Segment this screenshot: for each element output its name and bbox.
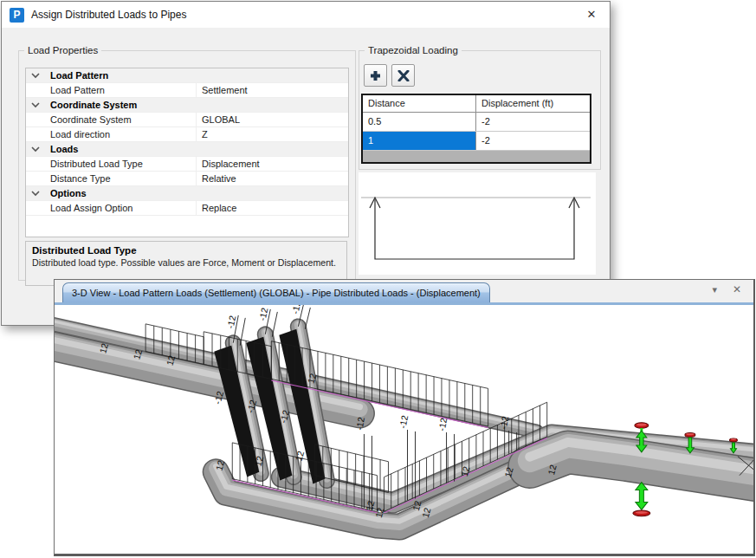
property-name: Distributed Load Type xyxy=(45,157,197,171)
trapezoidal-loading-group: Trapezoidal Loading DistanceDisplacement… xyxy=(359,45,601,170)
table-body: 0.5-21-2 xyxy=(363,113,590,151)
description-title: Distributed Load Type xyxy=(32,245,340,256)
collapse-chevron-icon[interactable] xyxy=(26,142,45,156)
property-row[interactable]: Load directionZ xyxy=(26,127,348,142)
trapezoidal-table: DistanceDisplacement (ft) 0.5-21-2 xyxy=(361,94,591,164)
svg-text:-12: -12 xyxy=(398,414,410,429)
dialog-title: Assign Distributed Loads to Pipes xyxy=(31,9,186,21)
plus-icon xyxy=(370,70,381,81)
load-outline xyxy=(375,199,574,259)
collapse-chevron-icon[interactable] xyxy=(26,98,45,112)
dialog-close-button[interactable]: ✕ xyxy=(582,6,601,23)
group-label: Coordinate System xyxy=(45,98,137,112)
property-row[interactable]: Load PatternSettlement xyxy=(26,83,348,98)
property-row[interactable]: Distributed Load TypeDisplacement xyxy=(26,157,348,172)
description-text: Distributed load type. Possible values a… xyxy=(32,257,340,268)
view-3d-title: 3-D View - Load Pattern Loads (Settlemen… xyxy=(72,288,481,298)
property-name: Load Assign Option xyxy=(45,201,197,215)
app-icon: P xyxy=(10,8,24,23)
property-name: Load direction xyxy=(45,127,197,141)
property-grid: Load PatternLoad PatternSettlementCoordi… xyxy=(25,68,349,237)
table-cell[interactable]: -2 xyxy=(476,132,590,150)
property-group-row[interactable]: Loads xyxy=(26,142,348,157)
property-value[interactable]: Relative xyxy=(197,172,348,185)
property-row[interactable]: Coordinate SystemGLOBAL xyxy=(26,113,348,127)
property-name: Coordinate System xyxy=(45,113,197,127)
svg-text:12: 12 xyxy=(294,450,307,462)
property-value[interactable]: Displacement xyxy=(197,157,348,171)
view-3d-tab[interactable]: 3-D View - Load Pattern Loads (Settlemen… xyxy=(62,282,490,302)
load-properties-label: Load Properties xyxy=(24,45,101,55)
trapezoidal-toolbar xyxy=(364,64,415,87)
property-group-row[interactable]: Load Pattern xyxy=(26,68,348,83)
collapse-chevron-icon[interactable] xyxy=(26,68,45,82)
svg-text:-12: -12 xyxy=(291,305,303,315)
property-name: Distance Type xyxy=(45,172,197,185)
property-group-row[interactable]: Coordinate System xyxy=(26,98,348,113)
property-group-row[interactable]: Options xyxy=(26,186,348,201)
load-preview-svg xyxy=(359,172,596,275)
property-row[interactable]: Distance TypeRelative xyxy=(26,172,348,186)
svg-text:-12: -12 xyxy=(355,416,367,431)
view-close-icon[interactable]: ✕ xyxy=(733,283,741,295)
view-3d-viewport[interactable]: 12121212-12-12-12-12-12-12121212-12-12-1… xyxy=(55,305,753,554)
property-value[interactable]: Z xyxy=(197,127,348,141)
table-cell[interactable]: 0.5 xyxy=(363,113,476,131)
table-row[interactable]: 1-2 xyxy=(363,132,590,151)
load-properties-group: Load Properties Load PatternLoad Pattern… xyxy=(18,45,356,281)
property-value[interactable]: GLOBAL xyxy=(197,113,348,127)
view-3d-titlebar: 3-D View - Load Pattern Loads (Settlemen… xyxy=(55,280,753,305)
add-row-button[interactable] xyxy=(364,64,387,87)
group-label: Loads xyxy=(45,142,78,156)
table-cell[interactable]: -2 xyxy=(476,113,590,131)
svg-text:-12: -12 xyxy=(257,307,269,321)
property-value[interactable]: Replace xyxy=(197,201,348,215)
property-value[interactable]: Settlement xyxy=(197,83,348,97)
view-3d-window: 3-D View - Load Pattern Loads (Settlemen… xyxy=(54,279,755,556)
dialog-titlebar[interactable]: P Assign Distributed Loads to Pipes ✕ xyxy=(2,2,610,28)
delete-row-button[interactable] xyxy=(391,64,415,87)
trapezoidal-loading-label: Trapezoidal Loading xyxy=(365,45,462,55)
table-row[interactable]: 0.5-2 xyxy=(363,113,590,132)
load-preview-diagram xyxy=(359,172,596,275)
svg-text:-12: -12 xyxy=(437,417,449,431)
collapse-chevron-icon[interactable] xyxy=(26,186,45,200)
column-header[interactable]: Distance xyxy=(363,95,476,112)
3d-scene: 12121212-12-12-12-12-12-12121212-12-12-1… xyxy=(55,305,753,554)
property-name: Load Pattern xyxy=(45,83,197,97)
delete-cross-icon xyxy=(397,70,410,81)
assign-loads-dialog: P Assign Distributed Loads to Pipes ✕ Lo… xyxy=(1,1,611,326)
table-header-row: DistanceDisplacement (ft) xyxy=(363,95,590,113)
dropdown-arrow-icon[interactable]: ▾ xyxy=(712,284,717,295)
table-cell[interactable]: 1 xyxy=(363,132,476,150)
table-filler-row[interactable] xyxy=(363,151,590,162)
app-canvas: P Assign Distributed Loads to Pipes ✕ Lo… xyxy=(0,0,756,558)
column-header[interactable]: Displacement (ft) xyxy=(476,95,590,112)
property-row[interactable]: Load Assign OptionReplace xyxy=(26,201,348,216)
group-label: Load Pattern xyxy=(45,68,108,82)
group-label: Options xyxy=(45,186,87,200)
